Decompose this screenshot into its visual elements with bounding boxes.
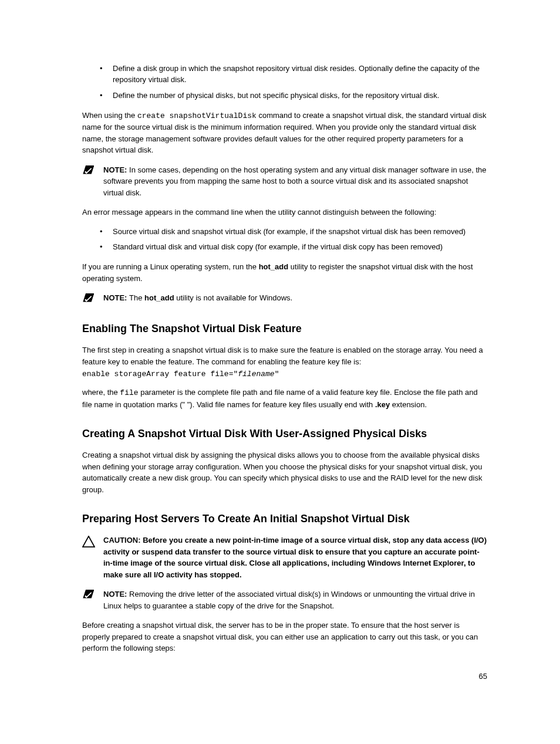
body-paragraph: The first step in creating a snapshot vi… xyxy=(82,344,488,367)
note-callout: NOTE: In some cases, depending on the ho… xyxy=(82,164,488,199)
code-italic: filename xyxy=(238,370,274,378)
text: extension. xyxy=(390,400,427,409)
list-item: Define a disk group in which the snapsho… xyxy=(113,63,488,86)
caution-callout: CAUTION: Before you create a new point-i… xyxy=(82,535,488,580)
bold-text: .key xyxy=(375,400,390,409)
text: If you are running a Linux operating sys… xyxy=(82,262,259,271)
note-icon xyxy=(82,164,103,177)
note-icon xyxy=(82,292,103,305)
svg-rect-0 xyxy=(83,165,94,174)
inline-code: create snapshotVirtualDisk xyxy=(137,111,257,120)
text: When using the xyxy=(82,111,137,120)
list-item: Source virtual disk and snapshot virtual… xyxy=(113,226,488,238)
bullet-list-mid: Source virtual disk and snapshot virtual… xyxy=(82,226,488,253)
code-text: " xyxy=(275,370,279,378)
note-label: NOTE: xyxy=(103,165,129,174)
note-callout: NOTE: Removing the drive letter of the a… xyxy=(82,589,488,611)
caution-icon xyxy=(82,535,103,550)
section-heading-preparing: Preparing Host Servers To Create An Init… xyxy=(82,513,488,525)
note-text: NOTE: In some cases, depending on the ho… xyxy=(103,164,488,199)
bold-text: hot_add xyxy=(144,293,174,302)
svg-rect-2 xyxy=(83,590,94,598)
text: where, the xyxy=(82,388,120,397)
text: Removing the drive letter of the associa… xyxy=(103,590,475,610)
bold-text: hot_add xyxy=(259,262,289,271)
bullet-list-top: Define a disk group in which the snapsho… xyxy=(82,63,488,102)
page-content: Define a disk group in which the snapsho… xyxy=(82,63,488,662)
note-icon xyxy=(82,589,103,601)
list-item: Define the number of physical disks, but… xyxy=(113,90,488,102)
svg-rect-1 xyxy=(83,293,94,302)
body-paragraph: Before creating a snapshot virtual disk,… xyxy=(82,620,488,654)
note-text: NOTE: The hot_add utility is not availab… xyxy=(103,292,488,304)
text: In some cases, depending on the host ope… xyxy=(103,165,487,197)
body-paragraph: If you are running a Linux operating sys… xyxy=(82,261,488,284)
text: utility is not available for Windows. xyxy=(174,293,293,302)
section-heading-enabling: Enabling The Snapshot Virtual Disk Featu… xyxy=(82,323,488,335)
body-paragraph: When using the create snapshotVirtualDis… xyxy=(82,110,488,156)
note-label: NOTE: xyxy=(103,590,129,598)
note-callout: NOTE: The hot_add utility is not availab… xyxy=(82,292,488,305)
caution-text: CAUTION: Before you create a new point-i… xyxy=(103,535,488,580)
note-text: NOTE: Removing the drive letter of the a… xyxy=(103,589,488,611)
body-paragraph: where, the file parameter is the complet… xyxy=(82,387,488,410)
text: Before you create a new point-in-time im… xyxy=(103,536,487,579)
inline-code: file xyxy=(120,388,138,397)
caution-label: CAUTION: xyxy=(103,536,143,545)
text: The xyxy=(129,293,144,302)
note-label: NOTE: xyxy=(103,293,129,302)
body-paragraph: An error message appears in the command … xyxy=(82,207,488,218)
body-paragraph: Creating a snapshot virtual disk by assi… xyxy=(82,449,488,495)
code-block: enable storageArray feature file="filena… xyxy=(82,370,488,378)
page-number: 65 xyxy=(479,672,487,681)
code-text: enable storageArray feature file=" xyxy=(82,370,238,378)
list-item: Standard virtual disk and virtual disk c… xyxy=(113,242,488,253)
section-heading-creating: Creating A Snapshot Virtual Disk With Us… xyxy=(82,428,488,440)
